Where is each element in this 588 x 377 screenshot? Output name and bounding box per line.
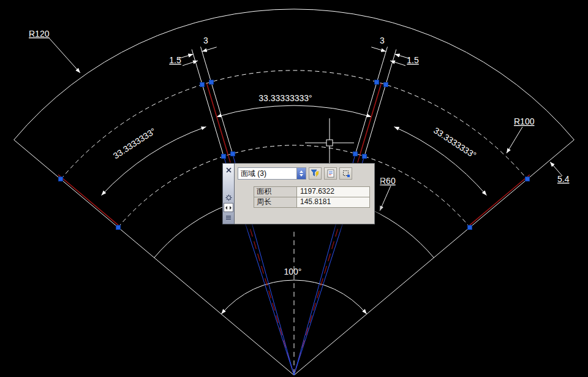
quick-properties-panel: 面域 (3) (235, 163, 375, 224)
label-angle-left: 33.3333333° (111, 126, 157, 161)
menu-icon[interactable] (224, 213, 233, 222)
selected-red-edges[interactable] (58, 83, 530, 375)
table-row: 面积 1197.6322 (254, 187, 369, 197)
property-value-area[interactable]: 1197.6322 (297, 187, 369, 197)
crosshair-cursor (305, 118, 354, 167)
table-row: 周长 145.8181 (254, 197, 369, 207)
right-slot-centerline[interactable] (360, 83, 382, 155)
grip[interactable] (375, 80, 379, 85)
ext-line (377, 47, 387, 82)
dim-line-slot-width-right[interactable] (371, 47, 386, 51)
dim-arc-left[interactable] (102, 127, 206, 196)
leader-r100[interactable] (507, 127, 522, 153)
property-value-perimeter[interactable]: 145.8181 (297, 197, 369, 207)
grip[interactable] (116, 226, 121, 230)
grip[interactable] (384, 83, 388, 87)
grip[interactable] (231, 152, 235, 156)
label-slot-width-left: 3 (203, 36, 208, 45)
grip[interactable] (526, 177, 530, 181)
customize-arrows-icon[interactable] (224, 203, 233, 212)
close-icon[interactable] (224, 166, 233, 174)
grip[interactable] (468, 226, 472, 230)
label-slot-width-right: 3 (380, 36, 385, 45)
left-slot-edge-b[interactable] (211, 82, 233, 154)
property-label-perimeter: 周长 (254, 197, 297, 207)
grip[interactable] (200, 83, 205, 87)
leader-offset-right[interactable] (390, 61, 405, 66)
left-slot-edge-a[interactable] (202, 85, 224, 156)
panel-header: 面域 (3) (238, 167, 371, 180)
label-r60: R60 (380, 176, 396, 186)
property-label-area: 面积 (254, 187, 297, 197)
label-gap: 5.4 (557, 174, 570, 184)
label-angle-top: 33.33333333° (258, 93, 312, 103)
outer-arc-r120[interactable] (14, 9, 575, 140)
leader-r60[interactable] (380, 186, 391, 211)
left-edge-segment[interactable] (58, 175, 119, 226)
autocad-drawing-area: R120 R100 R60 5.4 3 1.5 3 1.5 33.3333333… (0, 0, 588, 377)
selection-options-button[interactable] (339, 167, 352, 180)
label-slot-offset-left: 1.5 (169, 55, 181, 65)
filter-button[interactable] (309, 167, 322, 180)
dim-line-slot-width-left[interactable] (202, 47, 217, 51)
object-type-value: 面域 (3) (241, 169, 266, 179)
properties-sheet-button[interactable] (324, 167, 337, 180)
leader-offset-left[interactable] (183, 61, 198, 66)
right-edge-segment[interactable] (469, 175, 530, 226)
label-angle-right: 33.3333333° (432, 125, 478, 160)
properties-table: 面积 1197.6322 周长 145.8181 (254, 186, 370, 208)
ext-line (386, 50, 396, 85)
grip[interactable] (353, 152, 358, 156)
ext-line (201, 47, 211, 82)
spinner-icon[interactable] (296, 168, 306, 179)
quick-properties-palette[interactable]: 面域 (3) (222, 163, 375, 224)
dimension-texts: R120 R100 R60 5.4 3 1.5 3 1.5 33.3333333… (29, 29, 570, 276)
pickbox (326, 140, 333, 146)
grip[interactable] (363, 154, 367, 159)
gear-icon[interactable] (224, 193, 233, 202)
label-angle-total: 100° (284, 267, 302, 276)
right-slot-edge-b[interactable] (355, 82, 377, 154)
label-r100: R100 (514, 116, 535, 126)
palette-title-strip[interactable] (222, 163, 235, 224)
label-r120: R120 (29, 29, 50, 39)
label-slot-offset-right: 1.5 (407, 55, 419, 65)
ext-line (192, 50, 202, 85)
grip[interactable] (59, 177, 63, 181)
right-slot-edge-a[interactable] (364, 85, 386, 156)
grip[interactable] (222, 154, 226, 159)
left-slot-centerline[interactable] (207, 83, 228, 155)
object-type-combobox[interactable]: 面域 (3) (238, 167, 306, 180)
grip[interactable] (209, 80, 214, 85)
dim-arc-between-slots[interactable] (217, 105, 371, 116)
leader-r120[interactable] (49, 38, 80, 73)
